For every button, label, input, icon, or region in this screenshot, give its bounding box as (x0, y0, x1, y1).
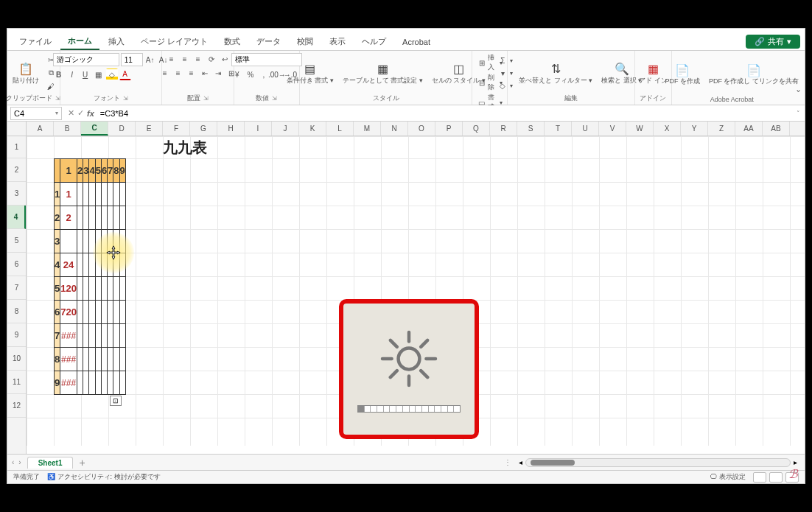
paste-button[interactable]: 📋 貼り付け (10, 55, 42, 91)
table-col-header[interactable]: 1 (60, 159, 77, 183)
table-cell[interactable] (83, 253, 89, 277)
tab-data[interactable]: データ (249, 34, 288, 49)
column-header[interactable]: X (654, 122, 681, 136)
table-cell[interactable] (119, 230, 125, 253)
column-header[interactable]: G (190, 122, 217, 136)
increase-decimal-button[interactable]: .00→ (271, 69, 283, 80)
table-cell[interactable] (77, 277, 83, 301)
table-cell[interactable]: ### (60, 348, 77, 371)
column-header[interactable]: E (136, 122, 163, 136)
table-cell[interactable] (108, 371, 113, 395)
italic-button[interactable]: I (66, 69, 78, 80)
row-header[interactable]: 11 (7, 371, 26, 394)
table-row-header[interactable]: 8 (55, 348, 60, 371)
column-header[interactable]: T (545, 122, 572, 136)
column-header[interactable]: V (599, 122, 626, 136)
tab-help[interactable]: ヘルプ (354, 34, 393, 49)
autofill-options-button[interactable]: ⊡ (110, 396, 122, 406)
table-cell[interactable] (83, 277, 89, 301)
table-cell[interactable] (101, 348, 107, 371)
table-cell[interactable]: ### (60, 371, 77, 395)
column-header[interactable]: P (435, 122, 463, 136)
orientation-button[interactable]: ⟳ (206, 53, 217, 65)
underline-button[interactable]: U (80, 69, 91, 80)
table-cell[interactable] (77, 301, 83, 324)
table-col-header[interactable]: 2 (77, 159, 83, 183)
align-top-button[interactable]: ≡ (166, 53, 178, 65)
row-header[interactable]: 5 (7, 229, 26, 253)
table-cell[interactable] (113, 230, 119, 253)
row-header[interactable]: 9 (7, 323, 26, 347)
table-col-header[interactable]: 9 (119, 159, 125, 183)
table-cell[interactable] (113, 183, 119, 206)
tab-review[interactable]: 校閲 (290, 34, 321, 49)
column-header[interactable]: C (81, 122, 108, 136)
table-col-header[interactable]: 8 (113, 159, 119, 183)
table-row-header[interactable]: 7 (55, 324, 60, 348)
tab-acrobat[interactable]: Acrobat (395, 35, 438, 49)
table-cell[interactable] (95, 183, 101, 206)
table-row-header[interactable]: 5 (55, 277, 60, 301)
conditional-formatting-button[interactable]: ▤条件付き 書式 ▾ (284, 55, 337, 91)
row-header[interactable]: 2 (7, 158, 26, 182)
table-col-header[interactable]: 5 (95, 159, 101, 183)
table-row-header[interactable]: 6 (55, 301, 60, 324)
accessibility-status[interactable]: ♿ アクセシビリティ: 検討が必要です (47, 472, 161, 482)
table-cell[interactable] (83, 206, 89, 230)
sort-filter-button[interactable]: ⇅並べ替えと フィルター ▾ (516, 55, 595, 91)
table-cell[interactable]: 24 (60, 253, 77, 277)
dialog-launcher-icon[interactable]: ⇲ (272, 95, 277, 102)
page-layout-view-button[interactable] (769, 472, 783, 483)
table-row-header[interactable]: 1 (55, 183, 60, 206)
table-row-header[interactable]: 3 (55, 230, 60, 253)
table-cell[interactable] (89, 324, 95, 348)
column-header[interactable]: K (299, 122, 326, 136)
fill-color-button[interactable]: ◇ (106, 69, 118, 80)
table-cell[interactable] (89, 371, 95, 395)
row-header[interactable]: 8 (7, 300, 26, 323)
column-header[interactable]: D (108, 122, 136, 136)
column-header[interactable]: I (245, 122, 272, 136)
table-cell[interactable] (95, 371, 101, 395)
table-cell[interactable] (89, 206, 95, 230)
table-cell[interactable] (77, 183, 83, 206)
table-cell[interactable] (95, 206, 101, 230)
column-header[interactable]: F (163, 122, 190, 136)
table-cell[interactable] (108, 206, 113, 230)
column-header[interactable]: B (54, 122, 81, 136)
table-cell[interactable] (77, 253, 83, 277)
clear-button[interactable]: ◇ (497, 80, 508, 91)
table-cell[interactable] (108, 230, 113, 253)
dialog-launcher-icon[interactable]: ⇲ (123, 95, 128, 102)
table-cell[interactable] (83, 371, 89, 395)
table-cell[interactable] (119, 183, 125, 206)
table-cell[interactable] (89, 253, 95, 277)
align-middle-button[interactable]: ≡ (179, 53, 191, 65)
select-all-corner[interactable] (7, 122, 27, 136)
table-cell[interactable] (95, 230, 101, 253)
table-cell[interactable] (113, 348, 119, 371)
table-cell[interactable] (108, 183, 113, 206)
table-cell[interactable] (83, 230, 89, 253)
tab-file[interactable]: ファイル (12, 34, 59, 49)
table-cell[interactable] (119, 348, 125, 371)
table-cell[interactable] (113, 324, 119, 348)
border-button[interactable]: ▦ (93, 69, 105, 80)
currency-button[interactable]: ¥ (231, 69, 243, 80)
table-cell[interactable] (108, 324, 113, 348)
table-cell[interactable] (77, 371, 83, 395)
tab-view[interactable]: 表示 (322, 34, 353, 49)
table-cell[interactable] (113, 301, 119, 324)
share-button[interactable]: 🔗 共有 ▾ (746, 35, 800, 49)
table-cell[interactable] (95, 301, 101, 324)
table-cell[interactable] (101, 324, 107, 348)
table-cell[interactable] (119, 206, 125, 230)
row-header[interactable]: 7 (7, 276, 26, 300)
tab-pagelayout[interactable]: ページ レイアウト (133, 34, 215, 49)
table-col-header[interactable]: 7 (108, 159, 113, 183)
table-cell[interactable] (89, 348, 95, 371)
table-cell[interactable] (83, 183, 89, 206)
display-settings-button[interactable]: 🖵 表示設定 (710, 472, 746, 482)
create-share-pdf-button[interactable]: 📄PDF を作成し てリンクを共有 (706, 57, 802, 92)
table-cell[interactable] (108, 277, 113, 301)
